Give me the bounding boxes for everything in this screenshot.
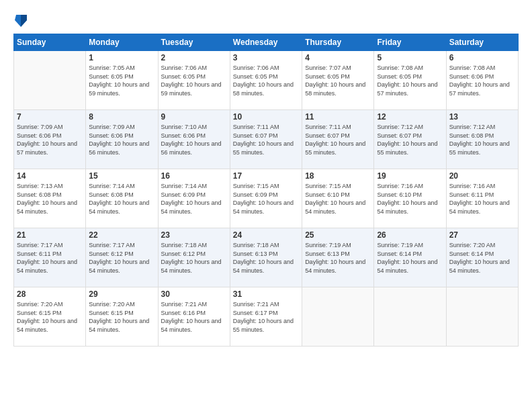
day-info: Sunrise: 7:20 AMSunset: 6:14 PMDaylight:… bbox=[449, 241, 515, 275]
day-info: Sunrise: 7:20 AMSunset: 6:15 PMDaylight:… bbox=[89, 300, 154, 334]
logo-icon bbox=[15, 12, 27, 27]
day-info: Sunrise: 7:06 AMSunset: 6:05 PMDaylight:… bbox=[233, 64, 299, 97]
day-info: Sunrise: 7:14 AMSunset: 6:09 PMDaylight:… bbox=[161, 182, 227, 216]
day-info: Sunrise: 7:15 AMSunset: 6:09 PMDaylight:… bbox=[233, 182, 299, 216]
page: SundayMondayTuesdayWednesdayThursdayFrid… bbox=[0, 0, 532, 411]
calendar-cell: 8Sunrise: 7:09 AMSunset: 6:06 PMDaylight… bbox=[86, 110, 158, 169]
day-number: 8 bbox=[89, 112, 154, 122]
calendar-cell bbox=[302, 287, 374, 347]
calendar-week-row: 1Sunrise: 7:05 AMSunset: 6:05 PMDaylight… bbox=[14, 51, 519, 110]
day-info: Sunrise: 7:12 AMSunset: 6:07 PMDaylight:… bbox=[377, 123, 443, 156]
weekday-header: Saturday bbox=[446, 34, 518, 51]
calendar-week-row: 7Sunrise: 7:09 AMSunset: 6:06 PMDaylight… bbox=[14, 110, 519, 169]
day-info: Sunrise: 7:11 AMSunset: 6:07 PMDaylight:… bbox=[233, 123, 299, 156]
calendar-cell: 12Sunrise: 7:12 AMSunset: 6:07 PMDayligh… bbox=[374, 110, 446, 169]
calendar-cell: 20Sunrise: 7:16 AMSunset: 6:11 PMDayligh… bbox=[446, 169, 518, 228]
day-number: 17 bbox=[233, 171, 299, 181]
day-info: Sunrise: 7:21 AMSunset: 6:17 PMDaylight:… bbox=[233, 300, 299, 334]
day-number: 13 bbox=[449, 112, 515, 122]
calendar-cell: 11Sunrise: 7:11 AMSunset: 6:07 PMDayligh… bbox=[302, 110, 374, 169]
day-number: 24 bbox=[233, 230, 299, 240]
calendar-cell: 16Sunrise: 7:14 AMSunset: 6:09 PMDayligh… bbox=[158, 169, 230, 228]
day-number: 31 bbox=[233, 289, 299, 299]
day-number: 11 bbox=[305, 112, 371, 122]
weekday-header: Tuesday bbox=[158, 34, 230, 51]
calendar-cell: 1Sunrise: 7:05 AMSunset: 6:05 PMDaylight… bbox=[86, 51, 158, 110]
day-number: 19 bbox=[377, 171, 443, 181]
day-number: 5 bbox=[377, 53, 443, 62]
calendar: SundayMondayTuesdayWednesdayThursdayFrid… bbox=[13, 34, 519, 347]
day-number: 29 bbox=[89, 289, 154, 299]
calendar-cell: 13Sunrise: 7:12 AMSunset: 6:08 PMDayligh… bbox=[446, 110, 518, 169]
calendar-cell: 19Sunrise: 7:16 AMSunset: 6:10 PMDayligh… bbox=[374, 169, 446, 228]
calendar-cell bbox=[446, 287, 518, 347]
day-number: 6 bbox=[449, 53, 515, 62]
calendar-cell: 7Sunrise: 7:09 AMSunset: 6:06 PMDaylight… bbox=[14, 110, 86, 169]
weekday-header: Monday bbox=[86, 34, 158, 51]
calendar-cell: 22Sunrise: 7:17 AMSunset: 6:12 PMDayligh… bbox=[86, 228, 158, 287]
calendar-cell: 9Sunrise: 7:10 AMSunset: 6:06 PMDaylight… bbox=[158, 110, 230, 169]
day-number: 1 bbox=[89, 53, 154, 62]
day-info: Sunrise: 7:16 AMSunset: 6:10 PMDaylight:… bbox=[377, 182, 443, 216]
calendar-cell: 28Sunrise: 7:20 AMSunset: 6:15 PMDayligh… bbox=[14, 287, 86, 347]
day-number: 30 bbox=[161, 289, 227, 299]
day-number: 16 bbox=[161, 171, 227, 181]
day-number: 15 bbox=[89, 171, 154, 181]
day-info: Sunrise: 7:10 AMSunset: 6:06 PMDaylight:… bbox=[161, 123, 227, 156]
day-info: Sunrise: 7:05 AMSunset: 6:05 PMDaylight:… bbox=[89, 64, 154, 97]
day-number: 7 bbox=[17, 112, 83, 122]
day-number: 4 bbox=[305, 53, 371, 62]
day-number: 25 bbox=[305, 230, 371, 240]
day-number: 20 bbox=[449, 171, 515, 181]
logo bbox=[13, 12, 27, 27]
calendar-cell: 4Sunrise: 7:07 AMSunset: 6:05 PMDaylight… bbox=[302, 51, 374, 110]
day-number: 14 bbox=[17, 171, 83, 181]
calendar-cell: 25Sunrise: 7:19 AMSunset: 6:13 PMDayligh… bbox=[302, 228, 374, 287]
weekday-header: Friday bbox=[374, 34, 446, 51]
day-info: Sunrise: 7:09 AMSunset: 6:06 PMDaylight:… bbox=[17, 123, 83, 156]
calendar-cell: 15Sunrise: 7:14 AMSunset: 6:08 PMDayligh… bbox=[86, 169, 158, 228]
calendar-cell bbox=[374, 287, 446, 347]
calendar-cell: 17Sunrise: 7:15 AMSunset: 6:09 PMDayligh… bbox=[230, 169, 302, 228]
day-info: Sunrise: 7:17 AMSunset: 6:12 PMDaylight:… bbox=[89, 241, 154, 275]
calendar-week-row: 14Sunrise: 7:13 AMSunset: 6:08 PMDayligh… bbox=[14, 169, 519, 228]
day-number: 28 bbox=[17, 289, 83, 299]
day-info: Sunrise: 7:18 AMSunset: 6:13 PMDaylight:… bbox=[233, 241, 299, 275]
day-info: Sunrise: 7:06 AMSunset: 6:05 PMDaylight:… bbox=[161, 64, 227, 97]
calendar-week-row: 28Sunrise: 7:20 AMSunset: 6:15 PMDayligh… bbox=[14, 287, 519, 347]
weekday-header-row: SundayMondayTuesdayWednesdayThursdayFrid… bbox=[14, 34, 519, 51]
calendar-cell: 21Sunrise: 7:17 AMSunset: 6:11 PMDayligh… bbox=[14, 228, 86, 287]
day-info: Sunrise: 7:17 AMSunset: 6:11 PMDaylight:… bbox=[17, 241, 83, 275]
day-number: 26 bbox=[377, 230, 443, 240]
day-info: Sunrise: 7:20 AMSunset: 6:15 PMDaylight:… bbox=[17, 300, 83, 334]
day-info: Sunrise: 7:12 AMSunset: 6:08 PMDaylight:… bbox=[449, 123, 515, 156]
day-info: Sunrise: 7:19 AMSunset: 6:13 PMDaylight:… bbox=[305, 241, 371, 275]
day-number: 23 bbox=[161, 230, 227, 240]
day-info: Sunrise: 7:18 AMSunset: 6:12 PMDaylight:… bbox=[161, 241, 227, 275]
day-info: Sunrise: 7:11 AMSunset: 6:07 PMDaylight:… bbox=[305, 123, 371, 156]
header bbox=[13, 12, 519, 27]
day-info: Sunrise: 7:08 AMSunset: 6:06 PMDaylight:… bbox=[449, 64, 515, 97]
calendar-cell: 10Sunrise: 7:11 AMSunset: 6:07 PMDayligh… bbox=[230, 110, 302, 169]
day-number: 21 bbox=[17, 230, 83, 240]
day-info: Sunrise: 7:07 AMSunset: 6:05 PMDaylight:… bbox=[305, 64, 371, 97]
day-info: Sunrise: 7:16 AMSunset: 6:11 PMDaylight:… bbox=[449, 182, 515, 216]
calendar-cell: 29Sunrise: 7:20 AMSunset: 6:15 PMDayligh… bbox=[86, 287, 158, 347]
svg-marker-1 bbox=[21, 15, 27, 27]
day-info: Sunrise: 7:21 AMSunset: 6:16 PMDaylight:… bbox=[161, 300, 227, 334]
calendar-cell: 26Sunrise: 7:19 AMSunset: 6:14 PMDayligh… bbox=[374, 228, 446, 287]
day-number: 18 bbox=[305, 171, 371, 181]
day-info: Sunrise: 7:09 AMSunset: 6:06 PMDaylight:… bbox=[89, 123, 154, 156]
calendar-cell: 23Sunrise: 7:18 AMSunset: 6:12 PMDayligh… bbox=[158, 228, 230, 287]
calendar-cell: 5Sunrise: 7:08 AMSunset: 6:05 PMDaylight… bbox=[374, 51, 446, 110]
calendar-cell: 24Sunrise: 7:18 AMSunset: 6:13 PMDayligh… bbox=[230, 228, 302, 287]
calendar-cell bbox=[14, 51, 86, 110]
day-info: Sunrise: 7:15 AMSunset: 6:10 PMDaylight:… bbox=[305, 182, 371, 216]
day-info: Sunrise: 7:08 AMSunset: 6:05 PMDaylight:… bbox=[377, 64, 443, 97]
day-number: 10 bbox=[233, 112, 299, 122]
day-number: 12 bbox=[377, 112, 443, 122]
calendar-cell: 30Sunrise: 7:21 AMSunset: 6:16 PMDayligh… bbox=[158, 287, 230, 347]
calendar-week-row: 21Sunrise: 7:17 AMSunset: 6:11 PMDayligh… bbox=[14, 228, 519, 287]
weekday-header: Thursday bbox=[302, 34, 374, 51]
calendar-cell: 18Sunrise: 7:15 AMSunset: 6:10 PMDayligh… bbox=[302, 169, 374, 228]
